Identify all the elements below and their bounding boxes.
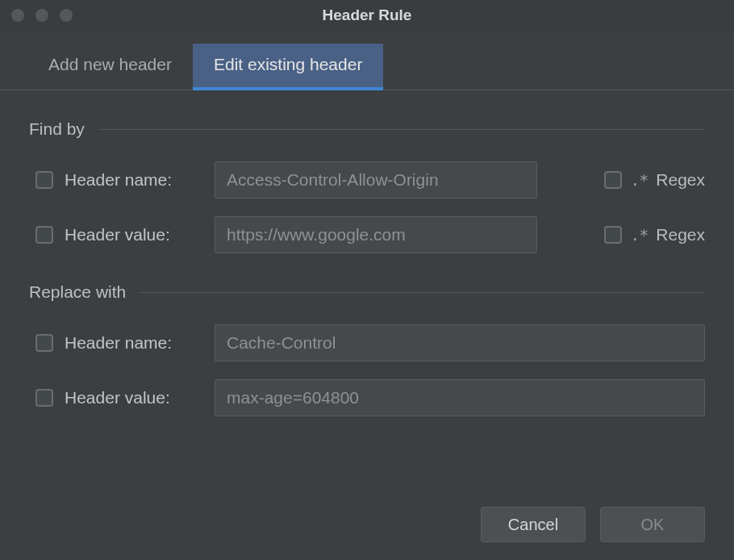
window-title: Header Rule [0,6,734,24]
find-header-value-row: Header value: .* Regex [29,216,705,253]
find-header-name-row: Header name: .* Regex [29,161,705,199]
replace-with-title: Replace with [29,282,126,302]
find-header-value-input[interactable] [215,216,537,253]
tab-add-new-header[interactable]: Add new header [27,44,193,90]
find-by-header: Find by [29,119,705,139]
replace-header-name-row: Header name: [29,324,705,361]
minimize-icon[interactable] [35,9,48,22]
ok-button[interactable]: OK [600,507,705,542]
close-icon[interactable] [11,9,24,22]
find-header-name-regex-group: .* Regex [604,170,705,190]
find-header-value-regex-group: .* Regex [604,225,705,244]
regex-icon: .* [630,225,648,244]
regex-icon: .* [630,170,648,190]
find-header-name-input[interactable] [215,161,537,199]
replace-header-value-checkbox[interactable] [35,389,53,407]
replace-header-name-checkbox[interactable] [35,334,53,352]
find-header-value-label: Header value: [65,225,203,244]
find-by-section: Find by Header name: .* Regex Header val… [29,119,705,253]
find-header-value-checkbox[interactable] [35,226,53,244]
replace-header-name-label: Header name: [65,333,203,353]
find-header-value-regex-checkbox[interactable] [604,226,622,244]
tab-edit-existing-header[interactable]: Edit existing header [193,44,383,90]
find-header-name-regex-checkbox[interactable] [604,171,622,189]
dialog-footer: Cancel OK [0,507,734,560]
titlebar: Header Rule [0,0,734,31]
find-header-name-label: Header name: [65,170,203,190]
replace-header-value-input[interactable] [215,379,705,416]
replace-with-header: Replace with [29,282,705,302]
dialog-content: Find by Header name: .* Regex Header val… [0,90,734,507]
find-by-title: Find by [29,119,85,139]
regex-label: Regex [656,170,705,190]
tab-bar: Add new header Edit existing header [0,44,734,90]
regex-label: Regex [656,225,705,244]
maximize-icon[interactable] [60,9,73,22]
cancel-button[interactable]: Cancel [481,507,586,542]
replace-with-section: Replace with Header name: Header value: [29,282,705,416]
replace-header-value-label: Header value: [65,388,203,407]
divider [140,292,705,293]
replace-header-name-input[interactable] [215,324,705,361]
divider [99,129,705,130]
dialog-window: Header Rule Add new header Edit existing… [0,0,734,560]
window-controls [11,9,73,22]
find-header-name-checkbox[interactable] [35,171,53,189]
replace-header-value-row: Header value: [29,379,705,416]
